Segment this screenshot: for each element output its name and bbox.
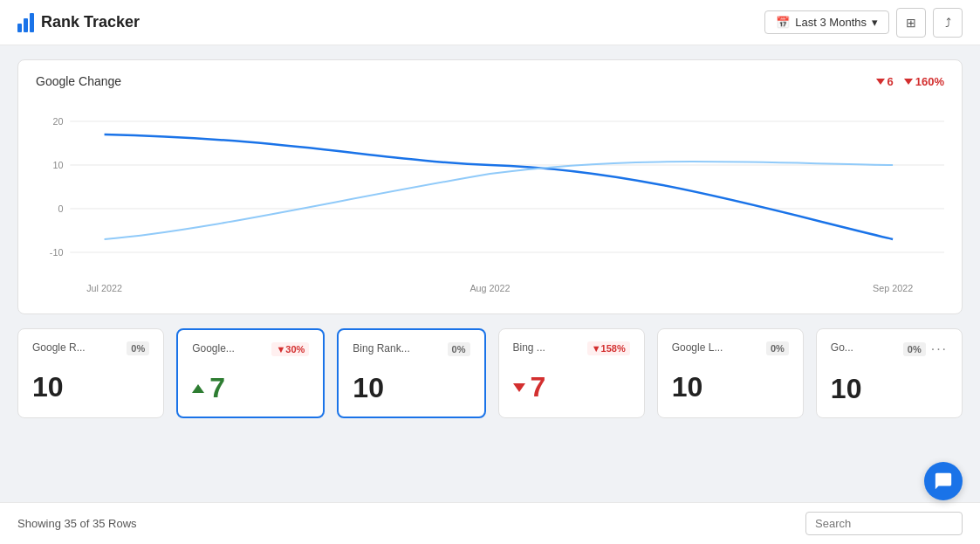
down-arrow-icon <box>513 383 525 392</box>
svg-text:Jul 2022: Jul 2022 <box>86 283 122 293</box>
metric-card-3-badge: 0% <box>448 342 470 356</box>
search-input[interactable] <box>805 512 963 535</box>
metric-card-1-badge: 0% <box>127 341 149 355</box>
chevron-down-icon: ▾ <box>872 16 878 29</box>
stat2-value: 160% <box>915 75 944 88</box>
bar2 <box>24 18 28 32</box>
calendar-icon: 📅 <box>776 16 790 29</box>
metric-card-3-value: 10 <box>353 372 469 404</box>
bar3 <box>30 13 34 32</box>
metric-card-3-header: Bing Rank... 0% <box>353 342 469 356</box>
metric-card-5-badge: 0% <box>766 341 789 355</box>
logo-icon <box>17 13 34 32</box>
metric-card-4-name: Bing ... <box>513 341 545 354</box>
date-range-label: Last 3 Months <box>795 16 867 29</box>
metric-card-6-value: 10 <box>831 373 948 405</box>
svg-text:0: 0 <box>58 203 63 214</box>
svg-text:20: 20 <box>52 116 63 127</box>
svg-text:Aug 2022: Aug 2022 <box>469 283 510 293</box>
metric-card-5: Google L... 0% 10 <box>657 328 804 418</box>
chart-title: Google Change <box>36 74 121 88</box>
metric-card-6-header: Go... 0% ··· <box>831 341 948 357</box>
metric-card-5-header: Google L... 0% <box>672 341 789 355</box>
metric-card-2-value: 7 <box>192 372 309 404</box>
arrow-down-icon-2 <box>904 79 913 85</box>
metric-card-3: Bing Rank... 0% 10 <box>337 328 485 418</box>
stat1-value: 6 <box>887 75 894 88</box>
share-button[interactable]: ⤴ <box>933 8 963 38</box>
chat-bubble-button[interactable] <box>924 462 963 500</box>
chart-stats: 6 160% <box>876 75 944 88</box>
header-right: 📅 Last 3 Months ▾ ⊞ ⤴ <box>764 8 963 38</box>
metric-card-5-name: Google L... <box>672 341 723 354</box>
more-options-button[interactable]: ··· <box>931 341 948 357</box>
header-left: Rank Tracker <box>17 13 140 32</box>
up-arrow-icon <box>192 384 204 393</box>
svg-text:10: 10 <box>52 160 63 170</box>
filter-button[interactable]: ⊞ <box>896 8 926 38</box>
metric-card-2-header: Google... ▼30% <box>192 342 309 356</box>
metric-card-1-name: Google R... <box>32 341 86 354</box>
chart-svg: 20 10 0 -10 Jul 2022 Aug 2022 Sep 2022 <box>36 95 944 305</box>
svg-text:Sep 2022: Sep 2022 <box>873 283 913 293</box>
metric-card-5-value: 10 <box>672 371 789 403</box>
metric-card-4: Bing ... ▼158% 7 <box>498 328 645 418</box>
date-range-button[interactable]: 📅 Last 3 Months ▾ <box>764 10 889 34</box>
main-content: Google Change 6 160% 20 <box>0 45 980 432</box>
metric-card-6: Go... 0% ··· 10 <box>816 328 963 418</box>
rows-count-text: Showing 35 of 35 Rows <box>17 517 137 530</box>
metric-card-6-name: Go... <box>831 341 853 354</box>
metric-card-2: Google... ▼30% 7 <box>176 328 325 418</box>
metric-card-1-value: 10 <box>32 371 149 403</box>
footer-bar: Showing 35 of 35 Rows <box>0 502 980 544</box>
metric-card-1: Google R... 0% 10 <box>17 328 164 418</box>
share-icon: ⤴ <box>945 16 951 30</box>
metric-card-2-badge: ▼30% <box>271 342 309 356</box>
stat-badge-1: 6 <box>876 75 894 88</box>
chat-icon <box>934 472 953 491</box>
metric-card-4-value: 7 <box>513 371 630 403</box>
svg-text:-10: -10 <box>50 247 64 258</box>
stat-badge-2: 160% <box>904 75 944 88</box>
metric-card-6-badge: 0% <box>903 342 926 356</box>
metric-card-3-name: Bing Rank... <box>353 342 409 355</box>
metric-card-4-badge: ▼158% <box>587 341 630 355</box>
chart-area: 20 10 0 -10 Jul 2022 Aug 2022 Sep 2022 <box>36 95 944 305</box>
arrow-down-icon-1 <box>876 79 885 85</box>
chart-header: Google Change 6 160% <box>36 74 944 88</box>
bar1 <box>17 24 22 32</box>
filter-icon: ⊞ <box>906 16 916 30</box>
metric-card-2-name: Google... <box>192 342 235 355</box>
app-header: Rank Tracker 📅 Last 3 Months ▾ ⊞ ⤴ <box>0 0 980 45</box>
metric-card-4-header: Bing ... ▼158% <box>513 341 630 355</box>
chart-card: Google Change 6 160% 20 <box>17 59 963 314</box>
app-title: Rank Tracker <box>41 13 140 31</box>
metric-card-1-header: Google R... 0% <box>32 341 149 355</box>
cards-row: Google R... 0% 10 Google... ▼30% 7 Bing … <box>17 328 963 418</box>
